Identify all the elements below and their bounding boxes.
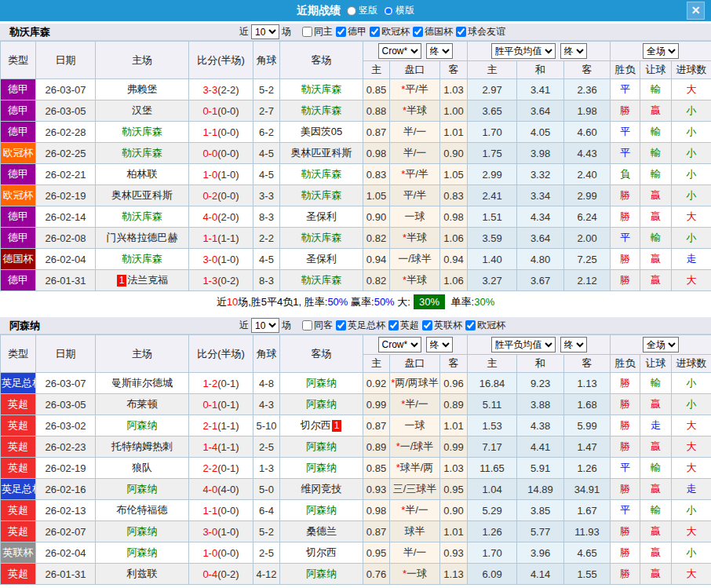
league-input[interactable] [336,27,346,37]
handicap-cell: 一球 [390,206,440,228]
match-count-select[interactable]: 10 [251,318,279,333]
single-rate: 30% [474,296,494,308]
same-venue-input[interactable] [302,320,312,331]
odds-source-select[interactable]: Crow* [378,43,421,59]
handicap-result: 輸 [640,164,672,185]
same-venue-checkbox[interactable]: 同主 [301,25,333,38]
home-odds: 0.90 [363,206,390,228]
close-button[interactable]: ✕ [687,2,705,20]
away-team-name: 勒沃库森 [301,274,342,286]
avg-draw-odds: 3.34 [517,185,564,206]
avg-time-select[interactable]: 终 [560,337,587,352]
halftime-score: (1-0) [217,526,239,538]
vertical-radio[interactable] [347,6,356,16]
avg-odds-header: 胜平负均值终 [468,42,611,61]
same-venue-checkbox[interactable]: 同客 [301,319,333,332]
league-badge: 英联杯 [1,542,36,564]
away-team-cell: 阿森纳 [280,564,363,585]
col-date: 日期 [36,335,96,373]
wdl-result: 勝 [611,249,640,270]
league-input[interactable] [413,27,423,37]
avg-away-odds: 2.12 [564,270,611,291]
match-date: 26-02-04 [36,542,96,564]
away-team-cell: 勒沃库森 [280,79,363,100]
away-odds: 0.83 [440,185,468,206]
period-select[interactable]: 全场 [643,43,679,59]
home-team-name: 阿森纳 [127,546,158,558]
league-checkbox[interactable]: 英超 [387,319,419,332]
avg-home-odds: 16.84 [468,373,517,394]
goals-result-value: 走 [687,483,697,495]
league-badge: 德甲 [1,122,36,143]
section-header-arsenal: 阿森纳 近 10 场 同客 英足总杯 英超 英联杯 欧冠杯 [0,317,711,334]
away-odds: 1.06 [440,270,468,291]
home-team-cell: 布伦特福德 [96,500,189,521]
match-date: 26-03-05 [36,394,96,415]
wdl-result-value: 平 [620,126,630,137]
wdl-result: 勝 [611,436,640,458]
avg-away-odds: 1.55 [564,564,611,585]
goals-result-value: 小 [687,168,697,180]
league-input[interactable] [465,320,476,331]
odds-time-select[interactable]: 终 [426,337,453,352]
big-rate-badge: 30% [414,294,445,309]
handicap-result: 輸 [640,122,672,143]
odds-time-select[interactable]: 终 [426,43,453,59]
league-checkbox[interactable]: 德甲 [334,25,366,38]
corner-score: 6-2 [253,122,280,143]
avg-time-select[interactable]: 终 [560,43,587,59]
league-input[interactable] [336,320,346,331]
league-badge: 德甲 [1,100,36,122]
match-date: 26-02-08 [36,228,96,249]
adjusted-handicap-star: * [403,274,407,286]
league-checkbox[interactable]: 球会友谊 [454,25,505,38]
home-team-name: 托特纳姆热刺 [111,440,173,452]
fulltime-score: 0-1 [202,105,217,117]
handicap-result-value: 贏 [651,104,661,116]
match-row: 德甲26-02-08门兴格拉德巴赫1-1(1-1)2-2勒沃库森0.82*半球1… [1,228,711,249]
avg-odds-select[interactable]: 胜平负均值 [491,43,556,59]
league-checkbox[interactable]: 英联杯 [421,319,462,332]
league-input[interactable] [456,27,466,37]
handicap-result: 輸 [640,373,672,394]
home-team-cell: 阿森纳 [96,415,189,436]
period-select[interactable]: 全场 [643,337,679,352]
league-checkbox[interactable]: 欧冠杯 [368,25,410,38]
horizontal-radio[interactable] [384,6,393,16]
score-cell: 3-0(1-0) [189,521,253,542]
goals-result-value: 大 [687,419,697,431]
layout-option-vertical[interactable]: 竖版 [347,4,377,17]
score-cell: 0-0(0-0) [189,143,253,164]
odds-source-select[interactable]: Crow* [378,337,421,352]
avg-odds-select[interactable]: 胜平负均值 [491,337,556,352]
home-odds: 0.85 [363,458,390,479]
goals-result-value: 大 [687,525,697,537]
away-team-cell: 勒沃库森 [280,228,363,249]
halftime-score: (0-1) [217,399,239,411]
fulltime-score: 1-1 [202,505,217,517]
wdl-result: 勝 [611,185,640,206]
handicap-cell: *一/球半 [390,436,440,458]
layout-option-horizontal[interactable]: 横版 [384,4,414,17]
score-cell: 1-0(1-0) [189,164,253,185]
match-count-select[interactable]: 10 [251,24,279,39]
wdl-result-value: 負 [620,168,630,180]
col-handicap-result: 让球 [640,355,672,373]
league-input[interactable] [388,320,399,331]
league-input[interactable] [422,320,432,331]
same-venue-input[interactable] [302,27,312,37]
goals-result-value: 小 [687,104,697,116]
league-checkbox[interactable]: 欧冠杯 [464,319,505,332]
wdl-result: 平 [611,500,640,521]
wdl-result: 負 [611,164,640,185]
col-wdl: 胜负 [611,61,640,79]
match-row: 欧冠杯26-02-25勒沃库森0-0(0-0)4-5奥林匹亚科斯0.98半/一0… [1,143,711,164]
col-odds-away: 客 [440,355,468,373]
league-checkbox[interactable]: 德国杯 [411,25,453,38]
league-input[interactable] [370,27,380,37]
handicap-cell: 半/一 [390,143,440,164]
league-checkbox[interactable]: 英足总杯 [334,319,385,332]
wdl-result: 勝 [611,564,640,585]
corner-score: 5-2 [253,521,280,542]
avg-away-odds: 34.91 [564,479,611,500]
